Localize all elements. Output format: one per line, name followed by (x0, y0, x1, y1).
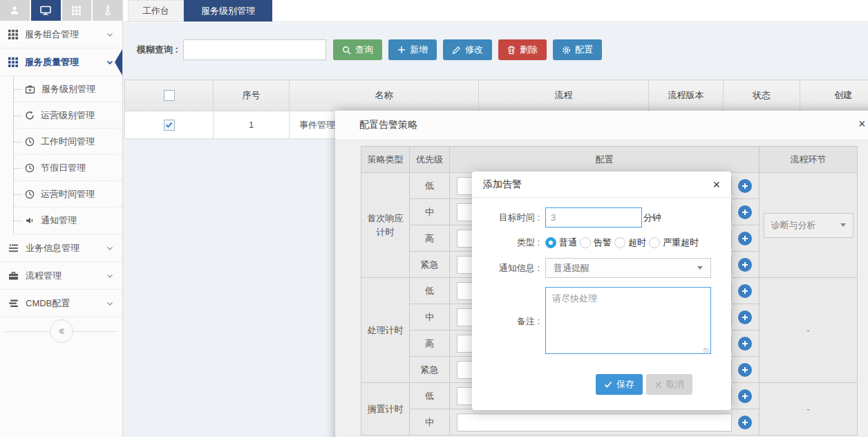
radio-normal[interactable]: 普通 (545, 236, 577, 249)
save-button[interactable]: 保存 (596, 374, 643, 395)
cancel-button-label: 取消 (666, 378, 684, 391)
sidebar-item-notification[interactable]: 通知管理 (14, 207, 122, 234)
sidebar-item-process-mgmt[interactable]: 流程管理 (0, 262, 122, 290)
plus-icon (397, 46, 406, 54)
dialog-footer: 保存 取消 (472, 365, 717, 395)
priority-cell: 低 (410, 173, 450, 199)
col-created: 创建 (800, 80, 868, 111)
sidebar-item-service-portfolio[interactable]: 服务组合管理 (0, 21, 122, 48)
radio-serious-timeout[interactable]: 严重超时 (649, 236, 699, 249)
clock-icon (25, 163, 35, 173)
modal-title: 配置告警策略 (359, 119, 417, 131)
notify-value: 普通提醒 (554, 262, 697, 275)
add-alert-plus-icon[interactable] (738, 284, 752, 298)
query-button[interactable]: 查询 (333, 39, 382, 60)
briefcase-icon (8, 271, 19, 281)
fuzzy-search-label: 模糊查询 : (137, 44, 178, 56)
query-button-label: 查询 (355, 44, 373, 56)
configure-button[interactable]: 配置 (553, 39, 602, 60)
layers-icon (8, 299, 19, 308)
pencil-icon (452, 46, 461, 55)
process-stage-dropdown[interactable]: 诊断与分析 (764, 213, 853, 238)
add-alert-plus-icon[interactable] (738, 416, 752, 429)
sidebar-item-service-quality[interactable]: 服务质量管理 (0, 48, 122, 76)
select-all-checkbox[interactable] (164, 90, 175, 101)
add-alert-plus-icon[interactable] (738, 310, 752, 324)
notify-dropdown[interactable]: 普通提醒 (545, 258, 711, 278)
sidebar-item-label: 运营级别管理 (41, 109, 95, 122)
type-row: 类型 : 普通 告警 超时 严重超时 (472, 236, 717, 249)
clock-icon (25, 189, 35, 199)
radio-icon (545, 237, 556, 248)
chevron-down-icon (106, 299, 114, 308)
monitor-icon (39, 5, 52, 16)
add-alert-plus-icon[interactable] (738, 389, 752, 403)
sidebar-icon-bar (0, 0, 122, 21)
select-all-header (125, 80, 214, 111)
radio-alert[interactable]: 告警 (580, 236, 612, 249)
check-icon (165, 121, 173, 129)
cancel-button[interactable]: 取消 (646, 374, 692, 395)
close-icon[interactable]: × (713, 178, 720, 191)
sidebar-item-business-info[interactable]: 业务信息管理 (0, 234, 122, 262)
close-icon (654, 381, 662, 389)
tab-workbench[interactable]: 工作台 (128, 0, 184, 21)
fuzzy-search-input[interactable] (183, 39, 326, 60)
sidebar-collapse-bar (0, 317, 122, 345)
add-button[interactable]: 新增 (388, 39, 437, 60)
radio-timeout[interactable]: 超时 (614, 236, 646, 249)
add-alert-plus-icon[interactable] (738, 205, 752, 219)
sidebar-item-service-level[interactable]: 服务级别管理 (14, 76, 122, 102)
table-header-row: 序号 名称 流程 流程版本 状态 创建 (125, 80, 868, 111)
remark-textarea[interactable]: 请尽快处理 (545, 287, 711, 354)
modify-button[interactable]: 修改 (443, 39, 492, 60)
radio-icon (580, 237, 591, 248)
add-alert-plus-icon[interactable] (738, 337, 752, 351)
radio-label: 严重超时 (663, 236, 699, 249)
add-alert-plus-icon[interactable] (738, 232, 752, 245)
monitor-icon[interactable] (31, 0, 61, 21)
add-alert-plus-icon[interactable] (738, 258, 752, 272)
refresh-icon (25, 111, 35, 120)
collapse-sidebar-button[interactable] (50, 319, 73, 343)
cell-seq: 1 (214, 111, 290, 139)
sidebar-item-cmdb-config[interactable]: CMDB配置 (0, 290, 122, 317)
row-checkbox[interactable] (164, 120, 175, 131)
tab-label: 服务级别管理 (201, 5, 255, 17)
chevron-down-icon (106, 272, 114, 280)
sidebar-item-work-time[interactable]: 工作时间管理 (14, 129, 122, 155)
minutes-suffix: 分钟 (643, 212, 661, 224)
sidebar-item-label: CMDB配置 (26, 297, 106, 310)
col-seq: 序号 (214, 80, 290, 111)
add-alert-plus-icon[interactable] (738, 179, 752, 193)
sidebar-item-operation-time[interactable]: 运营时间管理 (14, 181, 122, 207)
user-icon[interactable] (0, 0, 30, 21)
stage-value: - (806, 325, 809, 335)
apps-icon[interactable] (62, 0, 92, 21)
col-status: 状态 (724, 80, 800, 111)
sidebar-item-label: 流程管理 (26, 270, 106, 282)
double-chevron-left-icon (57, 327, 66, 335)
sidebar-item-holiday[interactable]: 节假日管理 (14, 155, 122, 181)
alert-config-input[interactable] (457, 413, 732, 431)
col-policy-type: 策略类型 (361, 147, 410, 173)
toolbar: 模糊查询 : 查询 新增 修改 (137, 39, 608, 60)
add-alert-plus-icon[interactable] (738, 363, 752, 377)
flask-icon[interactable] (93, 0, 122, 21)
dialog-body: 目标时间 : 分钟 类型 : 普通 告警 超时 (472, 198, 731, 395)
caret-down-icon (840, 223, 846, 227)
policy-type-cell: 处理计时 (361, 278, 410, 383)
type-label: 类型 : (472, 236, 540, 249)
caret-down-icon (697, 266, 703, 270)
priority-cell: 中 (410, 304, 450, 331)
close-icon[interactable]: × (858, 118, 866, 130)
delete-button[interactable]: 删除 (498, 39, 547, 60)
target-time-input[interactable] (545, 207, 642, 227)
sidebar-item-operation-level[interactable]: 运营级别管理 (14, 102, 122, 129)
tab-service-level-mgmt[interactable]: 服务级别管理 (184, 0, 272, 21)
check-icon (604, 380, 612, 389)
col-name: 名称 (290, 80, 479, 111)
remark-wrap: 请尽快处理 (545, 287, 711, 356)
radio-label: 超时 (628, 236, 646, 249)
priority-cell: 低 (410, 383, 450, 409)
